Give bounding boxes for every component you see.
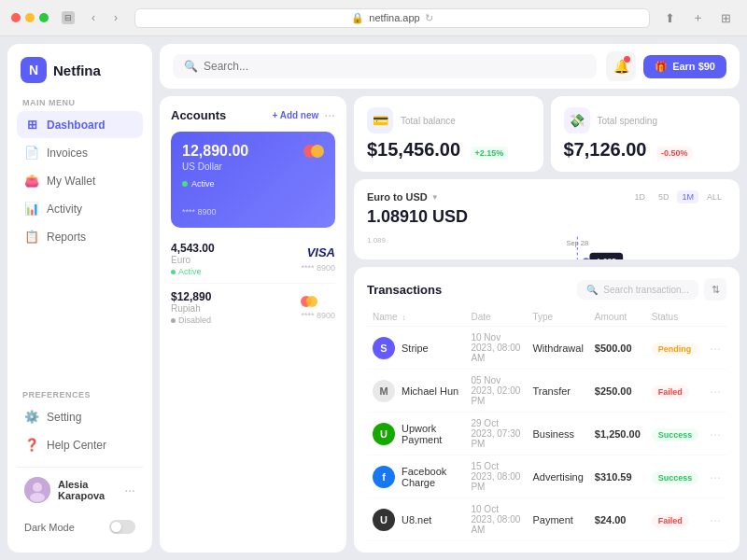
settings-label: Setting [47,411,81,424]
account-info-rupiah: $12,890 Rupiah Disabled [171,290,301,325]
forward-button[interactable]: › [106,8,125,27]
search-input[interactable] [204,60,585,73]
euro-status-dot [171,270,176,274]
logo-text: Netfina [53,63,101,78]
search-box[interactable]: 🔍 [173,54,597,78]
close-button[interactable] [11,13,21,22]
col-type: Type [527,308,588,327]
table-row: U U8.net 10 Oct 2023, 08:00 AM Payment $… [367,498,726,541]
earn-label: Earn $90 [672,61,715,72]
rupiah-status-label: Disabled [178,315,211,325]
status-badge-3: Success [652,471,699,484]
url-bar[interactable]: 🔒 netfina.app ↻ [134,8,650,28]
activity-icon: 📊 [24,202,39,216]
accounts-actions: + Add new ··· [272,107,335,122]
sidebar-item-settings[interactable]: ⚙️ Setting [17,403,143,430]
txn-amount-0: $500.00 [589,327,646,370]
back-button[interactable]: ‹ [84,8,103,27]
share-icon[interactable]: ⬆ [659,7,680,28]
account-row-rupiah[interactable]: $12,890 Rupiah Disabled **** 8900 [171,284,335,331]
url-text: netfina.app [369,12,419,23]
minimize-button[interactable] [25,13,35,22]
euro-status: Active [171,267,301,276]
period-1m[interactable]: 1M [677,190,698,203]
txn-name-cell-4: U U8.net [367,498,465,541]
txn-menu-button-0[interactable]: ··· [710,341,721,356]
txn-actions-1[interactable]: ··· [704,370,726,413]
txn-menu-button-3[interactable]: ··· [710,469,721,484]
sidebar-item-help[interactable]: ❓ Help Center [17,431,143,458]
status-badge-1: Failed [652,385,689,399]
chevron-down-icon: ▼ [431,193,439,202]
txn-type-2: Business [527,413,588,455]
txn-actions-0[interactable]: ··· [704,327,726,370]
balance-amount: $15,456.00 +2.15% [367,139,530,161]
txn-amount-2: $1,250.00 [589,413,646,455]
txn-menu-button-2[interactable]: ··· [710,427,721,441]
accounts-menu-button[interactable]: ··· [324,107,335,122]
euro-currency: Euro [171,255,301,265]
accounts-panel: Accounts + Add new ··· 12,890.00 US Doll… [160,96,346,553]
status-badge-2: Success [652,428,699,441]
sidebar-item-wallet[interactable]: 👛 My Wallet [17,167,143,194]
txn-date-2: 29 Oct 2023, 07:30 PM [465,413,527,455]
transaction-filter-button[interactable]: ⇅ [704,278,726,301]
balance-card: 💳 Total balance $15,456.00 +2.15% [354,96,543,172]
maximize-button[interactable] [39,13,49,22]
txn-menu-button-1[interactable]: ··· [710,384,721,399]
balance-header: 💳 Total balance [367,107,530,133]
status-badge-4: Failed [652,514,689,527]
spending-value: $7,126.00 [564,139,647,160]
earn-icon: 🎁 [655,61,668,73]
invoices-label: Invoices [47,147,88,160]
period-1d[interactable]: 1D [629,190,650,203]
accounts-header: Accounts + Add new ··· [171,107,335,122]
chart-period-buttons: 1D 5D 1M ALL [629,190,726,203]
add-new-button[interactable]: + Add new [272,110,318,120]
featured-card-status: Active [182,179,324,189]
txn-status-1: Failed [646,370,705,413]
txn-icon-1: M [373,380,395,402]
sidebar-item-invoices[interactable]: 📄 Invoices [17,139,143,166]
sidebar-item-dashboard[interactable]: ⊞ Dashboard [17,111,143,138]
chart-card: Euro to USD ▼ 1D 5D 1M ALL 1.08910 USD [354,179,740,259]
txn-menu-button-4[interactable]: ··· [710,512,721,527]
transactions-header: Transactions 🔍 Search transaction... ⇅ [367,278,726,301]
settings-icon: ⚙️ [24,410,39,424]
user-menu-button[interactable]: ··· [124,483,135,497]
rupiah-mc-logo [301,296,335,307]
account-right-euro: VISA **** 8900 [301,245,335,273]
dark-mode-label: Dark Mode [24,522,75,533]
account-row-euro[interactable]: 4,543.00 Euro Active VISA **** 8900 [171,235,335,284]
period-5d[interactable]: 5D [654,190,674,203]
status-badge-0: Pending [652,343,698,356]
stats-row: 💳 Total balance $15,456.00 +2.15% 💸 Tota… [354,96,740,172]
earn-button[interactable]: 🎁 Earn $90 [643,55,726,78]
preferences-label: PREFERENCES [17,390,143,399]
period-all[interactable]: ALL [702,190,726,203]
chart-svg: 1.085 Sep 28 [393,234,726,259]
dark-mode-toggle[interactable] [109,520,135,534]
transaction-search[interactable]: 🔍 Search transaction... [577,280,698,300]
wallet-icon: 👛 [24,174,39,188]
dark-mode-row: Dark Mode [17,514,143,539]
extensions-icon[interactable]: ⊞ [715,7,736,28]
activity-label: Activity [47,203,82,216]
notification-button[interactable]: 🔔 [606,51,636,81]
txn-name-4: U8.net [402,514,431,525]
main-menu-label: MAIN MENU [17,98,143,107]
featured-card[interactable]: 12,890.00 US Dollar Active **** 8900 [171,132,335,228]
txn-name-cell-0: S Stripe [367,327,465,370]
search-placeholder: Search transaction... [603,285,689,295]
chart-value: 1.08910 USD [367,207,726,227]
sidebar-toggle[interactable]: ⊟ [62,11,75,24]
sidebar-item-activity[interactable]: 📊 Activity [17,195,143,222]
txn-actions-4[interactable]: ··· [704,498,726,541]
txn-actions-2[interactable]: ··· [704,413,726,455]
txn-actions-3[interactable]: ··· [704,455,726,498]
help-icon: ❓ [24,438,39,452]
rupiah-currency: Rupiah [171,303,301,314]
add-tab-icon[interactable]: ＋ [687,7,708,28]
traffic-lights [11,13,49,22]
sidebar-item-reports[interactable]: 📋 Reports [17,223,143,250]
